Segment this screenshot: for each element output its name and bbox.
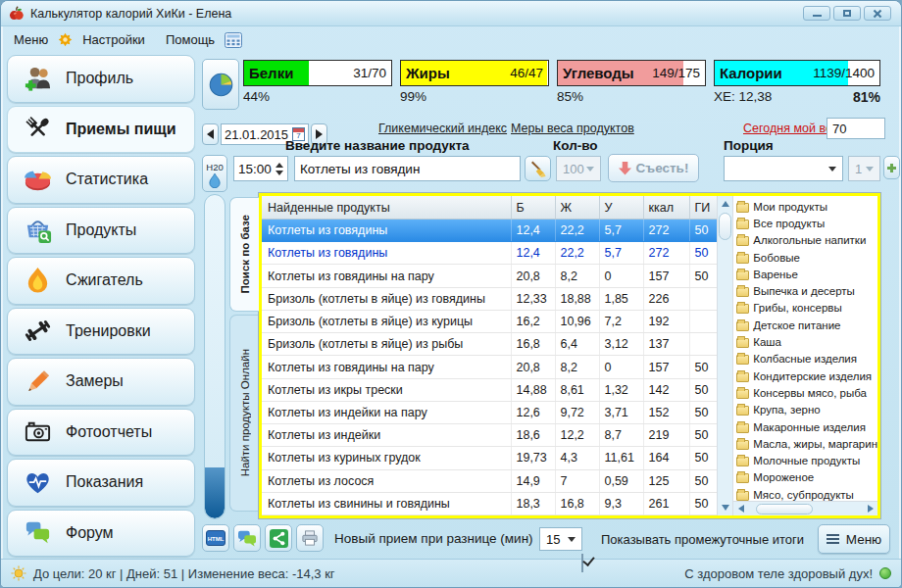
header-name[interactable]: Найденные продукты	[262, 196, 512, 219]
sidebar-item-workouts[interactable]: Тренировки	[7, 308, 195, 356]
goal-status-text: До цели: 20 кг | Дней: 51 | Изменение ве…	[33, 566, 335, 581]
portion-count-select[interactable]: 1	[848, 156, 880, 181]
category-item[interactable]: Мои продукты	[736, 198, 877, 215]
products-table: Найденные продукты Б Ж У ккал ГИ Котлеты…	[262, 196, 718, 515]
share-button[interactable]	[265, 524, 292, 552]
sidebar-item-label: Фотоотчеты	[66, 423, 152, 441]
scroll-thumb[interactable]	[719, 213, 731, 240]
category-item[interactable]: Крупа, зерно	[736, 402, 877, 418]
category-item[interactable]: Мясо, субпродукты	[736, 486, 877, 501]
product-search-input[interactable]	[294, 156, 521, 181]
category-item[interactable]: Мороженое	[736, 469, 877, 486]
time-up-icon[interactable]	[276, 163, 283, 168]
carbs-stat: Углеводы 149/175 85%	[557, 60, 706, 104]
tab-search-database[interactable]: Поиск по базе	[229, 197, 259, 312]
maximize-button[interactable]	[833, 6, 861, 21]
comments-button[interactable]	[233, 524, 261, 552]
table-row[interactable]: Котлеты из говядины 12,4 22,2 5,7 272 50	[262, 220, 717, 242]
category-item[interactable]: Колбасные изделия	[736, 351, 877, 368]
table-row[interactable]: Бризоль (котлеты в яйце) из рыбы 16,8 6,…	[262, 333, 717, 356]
scroll-down-icon[interactable]	[718, 500, 732, 515]
sidebar-item-profile[interactable]: Профиль	[7, 55, 195, 103]
sidebar-item-vitals[interactable]: Показания	[7, 459, 195, 507]
quantity-select[interactable]: 100	[556, 156, 601, 181]
category-item[interactable]: Детское питание	[736, 317, 877, 333]
categories-horizontal-scrollbar[interactable]	[733, 501, 877, 515]
gear-icon[interactable]	[58, 32, 73, 47]
menu-item-help[interactable]: Помощь	[163, 30, 218, 49]
sidebar-item-label: Приемы пищи	[66, 121, 176, 138]
weights-measures-link[interactable]: Меры веса продуктов	[511, 122, 634, 135]
cutlery-icon	[23, 114, 53, 144]
close-button[interactable]	[864, 6, 891, 21]
html-export-button[interactable]: HTML	[202, 524, 229, 552]
scroll-left-icon[interactable]	[733, 502, 748, 515]
table-row[interactable]: Бризоль (котлеты в яйце) из говядины 12,…	[262, 288, 717, 311]
sidebar-item-statistics[interactable]: Статистика	[7, 156, 195, 204]
table-row[interactable]: Котлеты из индейки 18,6 12,2 8,7 219 50	[262, 424, 717, 447]
table-row[interactable]: Котлеты из говядины на пару 20,8 8,2 0 1…	[262, 265, 717, 287]
eat-button[interactable]: Съесть!	[608, 154, 699, 182]
date-value: 21.01.2015	[225, 127, 288, 142]
sidebar-item-photo-reports[interactable]: Фотоотчеты	[7, 409, 195, 457]
table-row[interactable]: Котлеты из лосося 14,9 7 0,59 125 50	[262, 470, 717, 493]
scroll-up-icon[interactable]	[718, 196, 732, 212]
table-row[interactable]: Котлеты из говядины на пару 20,8 8,2 0 1…	[262, 356, 717, 378]
scroll-right-icon[interactable]	[863, 502, 877, 515]
menu-item-menu[interactable]: Меню	[11, 30, 51, 49]
sidebar-item-forum[interactable]: Форум	[7, 510, 195, 558]
category-item[interactable]: Консервы мясо, рыба	[736, 384, 877, 401]
header-fat[interactable]: Ж	[556, 196, 600, 219]
sidebar-item-products[interactable]: Продукты	[7, 207, 195, 255]
category-item[interactable]: Молочные продукты	[736, 452, 877, 468]
time-down-icon[interactable]	[276, 171, 283, 175]
table-row[interactable]: Котлеты из говядины 12,4 22,2 5,7 272 50	[262, 242, 717, 265]
category-item[interactable]: Масла, жиры, маргарин	[736, 435, 877, 452]
table-row[interactable]: Котлеты из икры трески 14,88 8,61 1,32 1…	[262, 379, 717, 402]
sidebar-item-measurements[interactable]: Замеры	[7, 358, 195, 406]
interval-select[interactable]: 15	[539, 527, 582, 551]
folder-icon	[736, 423, 749, 433]
meal-time-spinner[interactable]: 15:00	[233, 156, 288, 181]
html-icon: HTML	[206, 530, 226, 547]
header-kcal[interactable]: ккал	[644, 196, 690, 219]
print-button[interactable]	[296, 524, 324, 552]
table-row[interactable]: Котлеты из куриных грудок 19,73 4,3 11,6…	[262, 447, 717, 469]
weight-input[interactable]	[827, 118, 885, 139]
portion-select[interactable]	[724, 156, 843, 181]
subtotals-checkbox[interactable]	[581, 554, 583, 572]
clear-search-button[interactable]	[525, 156, 551, 181]
subtotals-checkbox-label[interactable]: Показывать промежуточные итоги	[601, 532, 804, 547]
minimize-button[interactable]	[803, 6, 830, 21]
sidebar-item-meals[interactable]: Приемы пищи	[7, 106, 195, 154]
category-item[interactable]: Все продукты	[736, 215, 877, 231]
category-item[interactable]: Макаронные изделия	[736, 418, 877, 435]
nutrition-summary-button[interactable]	[202, 59, 239, 110]
category-item[interactable]: Каша	[736, 333, 877, 350]
category-item[interactable]: Кондитерские изделия	[736, 368, 877, 384]
add-portion-button[interactable]	[883, 156, 900, 179]
header-gi[interactable]: ГИ	[690, 196, 717, 219]
sidebar: Профиль Приемы пищи Статистика Продукты …	[7, 55, 195, 557]
h-scroll-thumb[interactable]	[756, 504, 813, 514]
water-button[interactable]: H20	[202, 155, 227, 192]
tab-search-online[interactable]: Найти продукты Онлайн	[229, 315, 259, 512]
header-carbs[interactable]: У	[600, 196, 644, 219]
menu-button[interactable]: Меню	[818, 524, 890, 554]
water-level-indicator[interactable]	[204, 194, 226, 519]
category-item[interactable]: Алкогольные напитки	[736, 232, 877, 249]
menu-item-settings[interactable]: Настройки	[79, 30, 148, 49]
glycemic-index-link[interactable]: Гликемический индекс	[378, 122, 507, 135]
category-item[interactable]: Варенье	[736, 266, 877, 282]
prev-day-button[interactable]	[202, 123, 219, 145]
category-item[interactable]: Грибы, консервы	[736, 300, 877, 317]
table-vertical-scrollbar[interactable]	[718, 196, 733, 515]
table-row[interactable]: Котлеты из индейки на пару 12,6 9,72 3,7…	[262, 402, 717, 424]
category-item[interactable]: Выпечка и десерты	[736, 282, 877, 299]
header-protein[interactable]: Б	[512, 196, 556, 219]
table-row[interactable]: Котлеты из свинины и говядины 18,3 16,8 …	[262, 493, 717, 515]
sidebar-item-burner[interactable]: Сжигатель	[7, 257, 195, 305]
table-row[interactable]: Бризоль (котлеты в яйце) из курицы 16,2 …	[262, 311, 717, 333]
calculator-icon[interactable]	[225, 32, 242, 48]
category-item[interactable]: Бобовые	[736, 249, 877, 266]
